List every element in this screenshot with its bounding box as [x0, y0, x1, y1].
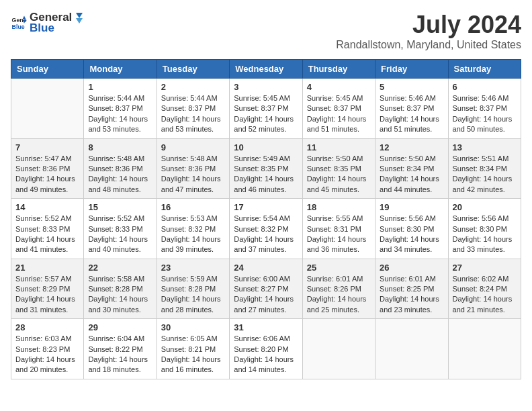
day-info: Sunrise: 5:56 AM Sunset: 8:30 PM Dayligh… — [380, 214, 443, 255]
weekday-header-sunday: Sunday — [11, 60, 84, 79]
day-info: Sunrise: 5:45 AM Sunset: 8:37 PM Dayligh… — [234, 93, 298, 135]
calendar-day-cell: 15Sunrise: 5:52 AM Sunset: 8:33 PM Dayli… — [84, 199, 157, 259]
day-number: 13 — [453, 142, 517, 152]
header: General Blue General Blue July 2024 Rand… — [11, 11, 521, 51]
day-info: Sunrise: 6:01 AM Sunset: 8:26 PM Dayligh… — [307, 274, 371, 316]
day-info: Sunrise: 6:03 AM Sunset: 8:23 PM Dayligh… — [15, 334, 79, 375]
svg-marker-5 — [76, 18, 83, 24]
calendar-day-cell — [11, 79, 84, 139]
calendar-day-cell: 1Sunrise: 5:44 AM Sunset: 8:37 PM Daylig… — [84, 79, 157, 139]
calendar-day-cell: 10Sunrise: 5:49 AM Sunset: 8:35 PM Dayli… — [230, 138, 302, 199]
calendar-day-cell: 31Sunrise: 6:06 AM Sunset: 8:20 PM Dayli… — [230, 319, 302, 379]
svg-text:Blue: Blue — [12, 24, 25, 30]
calendar-day-cell: 29Sunrise: 6:04 AM Sunset: 8:22 PM Dayli… — [84, 319, 157, 379]
day-number: 22 — [88, 263, 152, 273]
day-info: Sunrise: 5:49 AM Sunset: 8:35 PM Dayligh… — [234, 154, 298, 195]
calendar-day-cell: 23Sunrise: 5:59 AM Sunset: 8:28 PM Dayli… — [157, 259, 229, 319]
day-info: Sunrise: 5:44 AM Sunset: 8:37 PM Dayligh… — [88, 93, 152, 135]
calendar-day-cell: 13Sunrise: 5:51 AM Sunset: 8:34 PM Dayli… — [448, 138, 521, 199]
calendar-day-cell: 7Sunrise: 5:47 AM Sunset: 8:36 PM Daylig… — [11, 138, 84, 199]
day-number: 2 — [161, 82, 225, 92]
day-number: 23 — [161, 263, 225, 273]
weekday-header-wednesday: Wednesday — [230, 60, 302, 79]
calendar-week-row: 7Sunrise: 5:47 AM Sunset: 8:36 PM Daylig… — [11, 138, 521, 199]
calendar-day-cell: 14Sunrise: 5:52 AM Sunset: 8:33 PM Dayli… — [11, 199, 84, 259]
day-number: 24 — [234, 263, 298, 273]
calendar-week-row: 1Sunrise: 5:44 AM Sunset: 8:37 PM Daylig… — [11, 79, 521, 139]
calendar-day-cell — [375, 319, 448, 379]
day-info: Sunrise: 5:59 AM Sunset: 8:28 PM Dayligh… — [161, 274, 225, 316]
calendar-day-cell: 30Sunrise: 6:05 AM Sunset: 8:21 PM Dayli… — [157, 319, 229, 379]
day-number: 15 — [88, 202, 152, 212]
calendar-day-cell: 24Sunrise: 6:00 AM Sunset: 8:27 PM Dayli… — [230, 259, 302, 319]
logo-triangle-icon — [73, 11, 85, 24]
day-number: 26 — [380, 263, 443, 273]
svg-marker-4 — [76, 13, 83, 18]
month-year-title: July 2024 — [336, 11, 521, 39]
calendar-day-cell: 17Sunrise: 5:54 AM Sunset: 8:32 PM Dayli… — [230, 199, 302, 259]
calendar-day-cell: 12Sunrise: 5:50 AM Sunset: 8:34 PM Dayli… — [375, 138, 448, 199]
title-area: July 2024 Randallstown, Maryland, United… — [336, 11, 521, 51]
calendar-week-row: 21Sunrise: 5:57 AM Sunset: 8:29 PM Dayli… — [11, 259, 521, 319]
calendar-day-cell: 2Sunrise: 5:44 AM Sunset: 8:37 PM Daylig… — [157, 79, 229, 139]
day-number: 4 — [307, 82, 371, 92]
day-info: Sunrise: 5:46 AM Sunset: 8:37 PM Dayligh… — [453, 93, 517, 135]
day-info: Sunrise: 5:51 AM Sunset: 8:34 PM Dayligh… — [453, 154, 517, 195]
calendar-day-cell: 8Sunrise: 5:48 AM Sunset: 8:36 PM Daylig… — [84, 138, 157, 199]
day-info: Sunrise: 5:57 AM Sunset: 8:29 PM Dayligh… — [15, 274, 79, 316]
logo-icon: General Blue — [11, 15, 27, 31]
logo: General Blue General Blue — [11, 11, 85, 35]
day-number: 6 — [453, 82, 517, 92]
weekday-header-friday: Friday — [375, 60, 448, 79]
calendar-day-cell: 16Sunrise: 5:53 AM Sunset: 8:32 PM Dayli… — [157, 199, 229, 259]
location-subtitle: Randallstown, Maryland, United States — [336, 39, 521, 51]
calendar-day-cell: 5Sunrise: 5:46 AM Sunset: 8:37 PM Daylig… — [375, 79, 448, 139]
day-number: 30 — [161, 322, 225, 332]
day-number: 16 — [161, 202, 225, 212]
calendar-day-cell: 21Sunrise: 5:57 AM Sunset: 8:29 PM Dayli… — [11, 259, 84, 319]
day-number: 14 — [15, 202, 79, 212]
calendar-day-cell: 6Sunrise: 5:46 AM Sunset: 8:37 PM Daylig… — [448, 79, 521, 139]
calendar-day-cell: 28Sunrise: 6:03 AM Sunset: 8:23 PM Dayli… — [11, 319, 84, 379]
day-info: Sunrise: 5:58 AM Sunset: 8:28 PM Dayligh… — [88, 274, 152, 316]
weekday-header-thursday: Thursday — [302, 60, 375, 79]
calendar-day-cell: 25Sunrise: 6:01 AM Sunset: 8:26 PM Dayli… — [302, 259, 375, 319]
calendar-week-row: 14Sunrise: 5:52 AM Sunset: 8:33 PM Dayli… — [11, 199, 521, 259]
day-info: Sunrise: 5:46 AM Sunset: 8:37 PM Dayligh… — [380, 93, 443, 135]
day-info: Sunrise: 6:02 AM Sunset: 8:24 PM Dayligh… — [453, 274, 517, 316]
day-number: 18 — [307, 202, 371, 212]
calendar-day-cell: 18Sunrise: 5:55 AM Sunset: 8:31 PM Dayli… — [302, 199, 375, 259]
day-info: Sunrise: 6:05 AM Sunset: 8:21 PM Dayligh… — [161, 334, 225, 375]
day-number: 10 — [234, 142, 298, 152]
day-info: Sunrise: 5:45 AM Sunset: 8:37 PM Dayligh… — [307, 93, 371, 135]
day-number: 28 — [15, 322, 79, 332]
weekday-header-saturday: Saturday — [448, 60, 521, 79]
day-number: 20 — [453, 202, 517, 212]
day-info: Sunrise: 5:52 AM Sunset: 8:33 PM Dayligh… — [88, 214, 152, 255]
calendar-week-row: 28Sunrise: 6:03 AM Sunset: 8:23 PM Dayli… — [11, 319, 521, 379]
day-number: 5 — [380, 82, 443, 92]
day-number: 31 — [234, 322, 298, 332]
calendar-day-cell: 19Sunrise: 5:56 AM Sunset: 8:30 PM Dayli… — [375, 199, 448, 259]
day-number: 11 — [307, 142, 371, 152]
calendar-day-cell: 3Sunrise: 5:45 AM Sunset: 8:37 PM Daylig… — [230, 79, 302, 139]
calendar-table: SundayMondayTuesdayWednesdayThursdayFrid… — [11, 59, 521, 379]
calendar-day-cell — [448, 319, 521, 379]
day-number: 21 — [15, 263, 79, 273]
calendar-day-cell: 4Sunrise: 5:45 AM Sunset: 8:37 PM Daylig… — [302, 79, 375, 139]
day-number: 27 — [453, 263, 517, 273]
day-info: Sunrise: 6:00 AM Sunset: 8:27 PM Dayligh… — [234, 274, 298, 316]
calendar-day-cell: 22Sunrise: 5:58 AM Sunset: 8:28 PM Dayli… — [84, 259, 157, 319]
weekday-header-tuesday: Tuesday — [157, 60, 229, 79]
day-number: 3 — [234, 82, 298, 92]
day-number: 25 — [307, 263, 371, 273]
day-info: Sunrise: 5:55 AM Sunset: 8:31 PM Dayligh… — [307, 214, 371, 255]
day-number: 1 — [88, 82, 152, 92]
day-info: Sunrise: 5:50 AM Sunset: 8:35 PM Dayligh… — [307, 154, 371, 195]
day-info: Sunrise: 5:48 AM Sunset: 8:36 PM Dayligh… — [161, 154, 225, 195]
day-info: Sunrise: 6:04 AM Sunset: 8:22 PM Dayligh… — [88, 334, 152, 375]
day-number: 8 — [88, 142, 152, 152]
day-info: Sunrise: 5:44 AM Sunset: 8:37 PM Dayligh… — [161, 93, 225, 135]
day-info: Sunrise: 5:53 AM Sunset: 8:32 PM Dayligh… — [161, 214, 225, 255]
day-info: Sunrise: 5:54 AM Sunset: 8:32 PM Dayligh… — [234, 214, 298, 255]
